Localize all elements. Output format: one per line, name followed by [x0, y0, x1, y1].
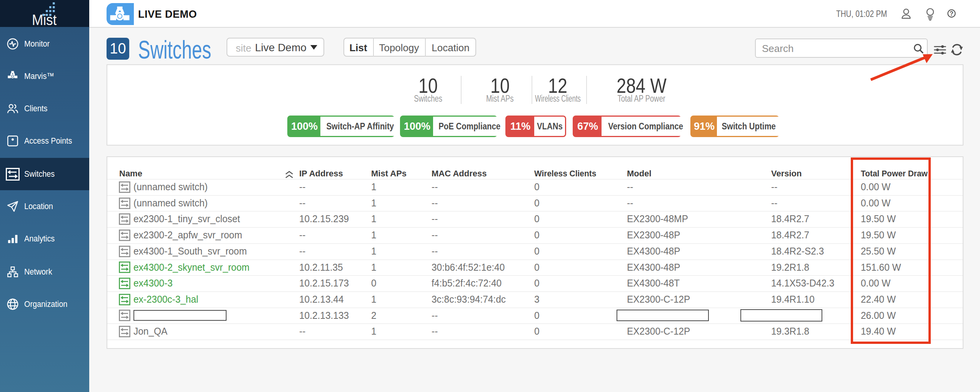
svg-text:?: ?	[950, 10, 953, 17]
